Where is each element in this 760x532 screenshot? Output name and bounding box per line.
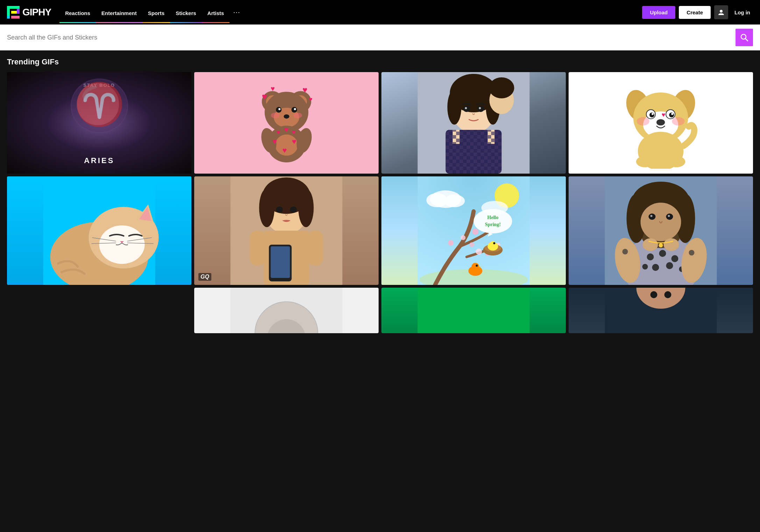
svg-text:♥: ♥: [662, 111, 666, 118]
svg-text:♥: ♥: [292, 137, 296, 146]
logo[interactable]: GIPHY: [7, 6, 51, 19]
search-icon: [740, 33, 748, 42]
trending-title: Trending GIFs: [7, 57, 753, 66]
login-button[interactable]: Log in: [732, 6, 753, 19]
svg-point-149: [664, 238, 679, 251]
nav-links: Reactions Entertainment Sports Stickers …: [59, 2, 642, 23]
svg-point-127: [647, 253, 654, 260]
bear-svg: ♥ ♥ ♥ ♥ ♥ ♥ ♥ ♥ ♥ ♥: [213, 82, 360, 163]
gif-item-dog[interactable]: ♥: [569, 72, 753, 174]
svg-point-86: [259, 189, 275, 227]
svg-text:♥: ♥: [284, 125, 288, 134]
gif-item-cat[interactable]: [7, 176, 191, 285]
svg-point-103: [461, 235, 466, 240]
svg-point-108: [470, 242, 474, 247]
nav-reactions[interactable]: Reactions: [59, 2, 96, 23]
svg-point-6: [720, 10, 723, 13]
gif-item-partial-green[interactable]: [381, 288, 566, 333]
svg-point-51: [465, 107, 467, 109]
gif-item-man[interactable]: [569, 176, 753, 285]
nav-artists[interactable]: Artists: [202, 2, 230, 23]
svg-point-143: [641, 203, 681, 241]
svg-point-102: [448, 240, 454, 246]
svg-point-148: [643, 238, 658, 251]
svg-point-128: [659, 250, 666, 257]
aries-symbol-svg: ♈: [68, 72, 131, 134]
search-input[interactable]: [7, 34, 736, 41]
svg-text:♈: ♈: [74, 80, 125, 128]
dog-svg: ♥: [578, 77, 744, 169]
svg-text:♥: ♥: [309, 96, 312, 103]
svg-point-54: [489, 77, 514, 98]
svg-line-8: [745, 38, 748, 41]
giphy-logo-icon: [7, 6, 20, 19]
svg-rect-155: [418, 288, 530, 333]
svg-point-41: [448, 90, 462, 125]
svg-point-137: [689, 250, 695, 255]
svg-point-147: [668, 215, 670, 217]
spring-svg: Hello Spring!: [381, 176, 566, 285]
svg-point-104: [472, 229, 479, 235]
gif-item-girl[interactable]: [381, 72, 566, 174]
user-profile-button[interactable]: [714, 5, 728, 19]
svg-rect-1: [7, 6, 20, 9]
nav-sports[interactable]: Sports: [142, 2, 170, 23]
svg-point-71: [637, 117, 649, 125]
svg-point-93: [276, 206, 283, 213]
search-button[interactable]: [736, 29, 753, 46]
create-button[interactable]: Create: [679, 6, 711, 19]
upload-button[interactable]: Upload: [642, 6, 675, 19]
woman-svg: [194, 176, 379, 285]
svg-rect-3: [11, 16, 20, 19]
svg-point-146: [650, 215, 653, 217]
more-menu-button[interactable]: ⋯: [230, 8, 244, 16]
logo-text: GIPHY: [22, 7, 51, 18]
svg-rect-46: [446, 130, 502, 174]
man-svg: [569, 176, 753, 285]
nav-entertainment[interactable]: Entertainment: [96, 2, 142, 23]
girl-svg: [381, 72, 566, 174]
svg-point-69: [636, 156, 654, 167]
svg-point-23: [294, 113, 302, 118]
gif-item-bear[interactable]: ♥ ♥ ♥ ♥ ♥ ♥ ♥ ♥ ♥ ♥: [194, 72, 379, 174]
gif-grid-row2: GQ: [7, 176, 753, 285]
user-icon: [718, 9, 725, 16]
svg-text:♥: ♥: [272, 137, 277, 146]
svg-text:♥: ♥: [302, 85, 307, 94]
navbar: GIPHY Reactions Entertainment Sports Sti…: [0, 0, 760, 24]
svg-text:♥: ♥: [292, 129, 296, 136]
svg-point-67: [656, 119, 665, 125]
svg-text:♥: ♥: [282, 146, 287, 155]
svg-rect-2: [17, 9, 20, 14]
gif-item-partial-right[interactable]: [569, 288, 753, 333]
svg-rect-89: [250, 231, 266, 266]
nav-stickers[interactable]: Stickers: [170, 2, 202, 23]
svg-point-130: [652, 264, 659, 271]
gif-grid-row3: [7, 288, 753, 333]
svg-point-118: [476, 265, 478, 267]
svg-point-64: [652, 113, 654, 115]
search-bar: [0, 24, 760, 50]
svg-point-76: [99, 225, 145, 264]
nav-actions: Upload Create Log in: [642, 5, 753, 19]
svg-point-109: [476, 248, 482, 255]
svg-point-115: [493, 242, 495, 244]
svg-point-52: [479, 107, 481, 109]
svg-point-120: [474, 209, 512, 233]
gif-item-aries[interactable]: STAY BOLD ♈ ARIES: [7, 72, 191, 174]
gif-item-woman[interactable]: GQ: [194, 176, 379, 285]
svg-text:Hello: Hello: [487, 215, 499, 220]
svg-point-87: [298, 189, 314, 227]
svg-point-159: [664, 291, 671, 298]
svg-point-22: [271, 113, 279, 118]
gif-item-partial-left[interactable]: [194, 288, 379, 333]
cat-svg: [7, 176, 191, 285]
svg-point-150: [659, 243, 663, 247]
svg-text:♥: ♥: [276, 129, 280, 136]
svg-text:♥: ♥: [262, 91, 267, 102]
svg-point-70: [668, 156, 685, 167]
aries-bottom-text: ARIES: [84, 156, 114, 165]
gif-item-spring[interactable]: Hello Spring!: [381, 176, 566, 285]
svg-point-19: [278, 108, 280, 110]
svg-rect-5: [11, 11, 17, 14]
